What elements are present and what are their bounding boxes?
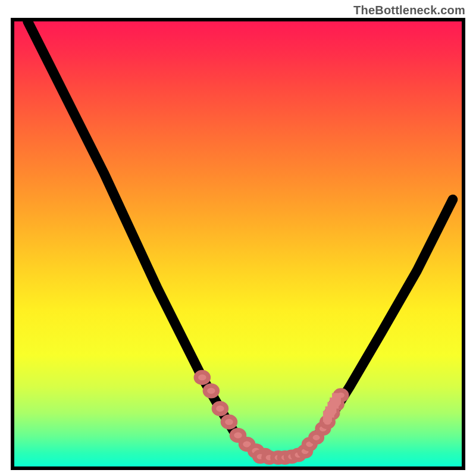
marker-dot [223,416,235,427]
chart-container: TheBottleneck.com [0,0,476,476]
watermark-text: TheBottleneck.com [353,4,465,17]
marker-dot [214,403,226,414]
plot-area [14,21,462,466]
curve-svg [14,21,462,466]
marker-dot [196,372,208,383]
marker-dot [205,386,217,396]
bottleneck-curve [28,21,453,458]
marker-group-left [196,372,271,461]
plot-frame [11,18,465,470]
